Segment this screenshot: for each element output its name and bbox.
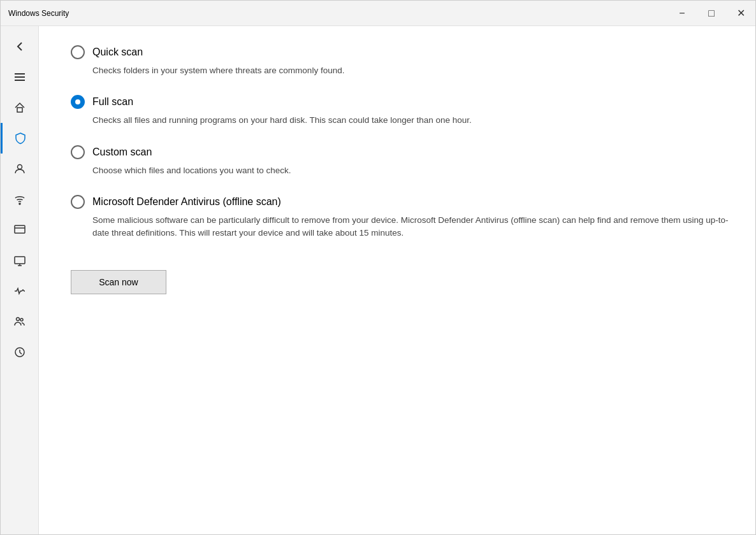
sidebar-item-device[interactable]	[1, 245, 38, 276]
svg-rect-6	[15, 225, 25, 233]
radio-offline[interactable]	[71, 195, 85, 209]
scan-option-offline: Microsoft Defender Antivirus (offline sc…	[71, 195, 730, 240]
close-button[interactable]: ✕	[726, 1, 755, 26]
network-icon	[13, 193, 26, 206]
svg-point-5	[19, 203, 20, 204]
svg-rect-2	[15, 80, 25, 81]
window-controls: − □ ✕	[667, 1, 755, 26]
scan-option-offline-desc: Some malicious software can be particula…	[71, 214, 730, 240]
minimize-button[interactable]: −	[667, 1, 697, 26]
sidebar-item-home[interactable]	[1, 92, 38, 123]
person-icon	[13, 162, 26, 175]
titlebar: Windows Security − □ ✕	[1, 1, 755, 26]
history-icon	[13, 346, 26, 359]
scan-now-button[interactable]: Scan now	[71, 270, 166, 294]
scan-option-custom: Custom scan Choose which files and locat…	[71, 145, 730, 177]
scan-option-quick-title: Quick scan	[92, 46, 143, 58]
scan-option-quick: Quick scan Checks folders in your system…	[71, 45, 730, 77]
shield-icon	[14, 132, 27, 145]
sidebar-item-network[interactable]	[1, 184, 38, 215]
scan-option-quick-header: Quick scan	[71, 45, 730, 59]
svg-point-11	[16, 318, 19, 321]
svg-rect-3	[17, 108, 22, 112]
sidebar-item-history[interactable]	[1, 337, 38, 367]
sidebar-item-family[interactable]	[1, 306, 38, 337]
svg-point-12	[20, 318, 23, 321]
svg-rect-8	[15, 257, 25, 264]
family-icon	[13, 315, 26, 328]
app-icon	[13, 224, 26, 236]
maximize-button[interactable]: □	[697, 1, 726, 26]
radio-quick[interactable]	[71, 45, 85, 59]
sidebar	[1, 26, 39, 534]
scan-option-custom-header: Custom scan	[71, 145, 730, 159]
sidebar-item-shield[interactable]	[1, 123, 38, 153]
scan-option-custom-title: Custom scan	[92, 146, 152, 158]
scan-option-custom-desc: Choose which files and locations you wan…	[71, 164, 730, 177]
windows-security-window: Windows Security − □ ✕	[0, 0, 756, 535]
sidebar-item-health[interactable]	[1, 276, 38, 306]
home-icon	[13, 101, 26, 114]
scan-option-full-desc: Checks all files and running programs on…	[71, 114, 730, 127]
health-icon	[13, 285, 26, 297]
sidebar-item-app[interactable]	[1, 215, 38, 245]
radio-full[interactable]	[71, 95, 85, 109]
scan-option-full-title: Full scan	[92, 96, 133, 108]
radio-custom[interactable]	[71, 145, 85, 159]
sidebar-item-back[interactable]	[1, 31, 38, 62]
scan-option-offline-title: Microsoft Defender Antivirus (offline sc…	[92, 196, 281, 208]
main-area: Quick scan Checks folders in your system…	[1, 26, 755, 534]
svg-point-4	[17, 165, 22, 169]
scan-option-full: Full scan Checks all files and running p…	[71, 95, 730, 127]
device-icon	[13, 254, 26, 267]
sidebar-item-person[interactable]	[1, 153, 38, 184]
sidebar-item-menu[interactable]	[1, 62, 38, 92]
scan-option-offline-header: Microsoft Defender Antivirus (offline sc…	[71, 195, 730, 209]
menu-icon	[13, 71, 26, 83]
svg-rect-0	[15, 73, 25, 75]
window-title: Windows Security	[8, 9, 69, 18]
scan-option-quick-desc: Checks folders in your system where thre…	[71, 64, 730, 77]
back-icon	[13, 40, 26, 53]
content-area: Quick scan Checks folders in your system…	[39, 26, 755, 534]
svg-rect-1	[15, 76, 25, 78]
scan-option-full-header: Full scan	[71, 95, 730, 109]
